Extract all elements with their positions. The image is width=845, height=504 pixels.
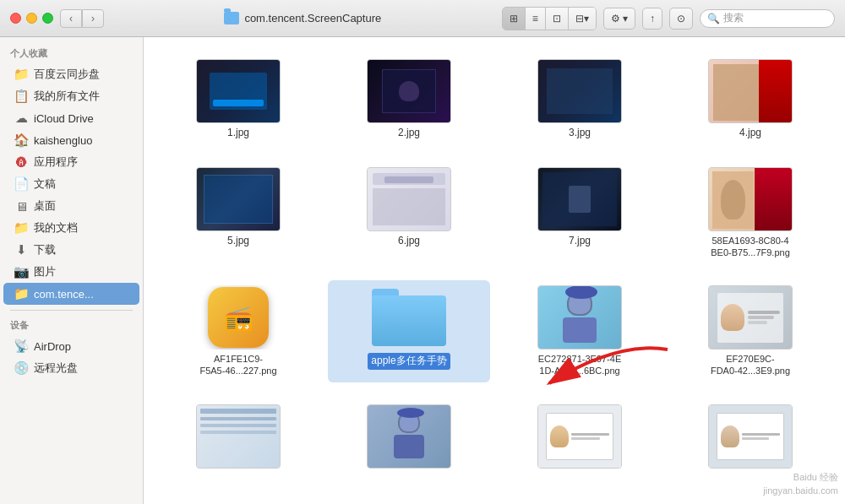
sidebar-label: 我的所有文件 bbox=[34, 89, 100, 104]
titlebar-left: ‹ › bbox=[10, 9, 104, 28]
search-icon: 🔍 bbox=[707, 13, 720, 24]
file-item-ef270[interactable]: EF270E9C-FDA0-42...3E9.png bbox=[669, 280, 831, 382]
section-favorites: 个人收藏 bbox=[0, 44, 143, 63]
sidebar-label: 文稿 bbox=[34, 176, 56, 192]
file-thumb bbox=[708, 285, 793, 350]
watermark-line2: jingyan.baidu.com bbox=[763, 485, 838, 497]
view-coverflow-btn[interactable]: ⊟▾ bbox=[569, 8, 596, 30]
file-item-4jpg[interactable]: 4.jpg bbox=[669, 54, 831, 145]
sidebar-item-pictures[interactable]: 📷 图片 bbox=[3, 261, 139, 283]
apps-icon: 🅐 bbox=[14, 156, 29, 169]
file-item-5jpg[interactable]: 5.jpg bbox=[157, 162, 319, 264]
sidebar-item-all-files[interactable]: 📋 我的所有文件 bbox=[3, 85, 139, 107]
file-item-1jpg[interactable]: 1.jpg bbox=[157, 54, 319, 145]
traffic-lights bbox=[10, 13, 53, 24]
file-name: 5.jpg bbox=[227, 235, 249, 248]
file-thumb bbox=[537, 59, 622, 123]
sidebar-item-remote-disk[interactable]: 💿 远程光盘 bbox=[3, 357, 139, 379]
file-thumb bbox=[367, 167, 451, 231]
icloud-icon: ☁ bbox=[14, 111, 29, 126]
file-grid-row2: 5.jpg 6.jpg bbox=[157, 162, 831, 264]
titlebar-center: com.tencent.ScreenCapture bbox=[224, 12, 381, 24]
file-name: EC272871-3E07-4E1D-A601...6BC.png bbox=[538, 353, 621, 377]
file-thumb bbox=[708, 59, 793, 123]
file-name: 1.jpg bbox=[227, 127, 249, 140]
file-item-partial1[interactable] bbox=[157, 399, 319, 477]
nav-buttons: ‹ › bbox=[60, 9, 104, 28]
file-thumb bbox=[537, 167, 622, 231]
sidebar-label: 图片 bbox=[34, 264, 56, 279]
file-item-7jpg[interactable]: 7.jpg bbox=[499, 162, 661, 264]
sidebar-item-tencent[interactable]: 📁 com.tence... bbox=[3, 283, 139, 305]
airdrop-icon: 📡 bbox=[14, 339, 29, 354]
file-thumb bbox=[196, 404, 281, 469]
titlebar: ‹ › com.tencent.ScreenCapture ⊞ ≡ ⊡ ⊟▾ ⚙… bbox=[0, 0, 845, 37]
file-item-apple-folder[interactable]: apple多任务手势 bbox=[328, 280, 490, 382]
sidebar-item-home[interactable]: 🏠 kaishengluo bbox=[3, 129, 139, 151]
file-item-partial3[interactable] bbox=[499, 399, 661, 477]
file-thumb bbox=[196, 167, 281, 231]
desktop-icon: 🖥 bbox=[14, 199, 29, 214]
file-item-6jpg[interactable]: 6.jpg bbox=[328, 162, 490, 264]
sidebar-label: 应用程序 bbox=[34, 154, 78, 170]
home-icon: 🏠 bbox=[14, 133, 29, 148]
sidebar-divider bbox=[10, 310, 133, 311]
sidebar-item-icloud[interactable]: ☁ iCloud Drive bbox=[3, 107, 139, 129]
view-list-btn[interactable]: ≡ bbox=[526, 8, 546, 30]
tag-button[interactable]: ⊙ bbox=[669, 8, 693, 30]
sidebar-label: 百度云同步盘 bbox=[34, 67, 100, 82]
sidebar-label: 下载 bbox=[34, 242, 56, 257]
file-item-af1fe[interactable]: 📻 AF1FE1C9-F5A5-46...227.png bbox=[157, 280, 319, 382]
search-placeholder: 搜索 bbox=[723, 11, 744, 25]
file-item-partial4[interactable] bbox=[669, 399, 831, 477]
forward-button[interactable]: › bbox=[82, 9, 104, 28]
sidebar-label: 我的文档 bbox=[34, 220, 78, 236]
file-name: 6.jpg bbox=[398, 235, 420, 248]
main: 个人收藏 📁 百度云同步盘 📋 我的所有文件 ☁ iCloud Drive 🏠 … bbox=[0, 37, 845, 504]
file-thumb bbox=[708, 167, 793, 231]
file-name: AF1FE1C9-F5A5-46...227.png bbox=[199, 353, 276, 377]
sidebar-item-airdrop[interactable]: 📡 AirDrop bbox=[3, 335, 139, 357]
disk-icon: 💿 bbox=[14, 360, 29, 376]
folder-icon bbox=[224, 12, 239, 24]
window-title: com.tencent.ScreenCapture bbox=[244, 12, 381, 24]
view-buttons: ⊞ ≡ ⊡ ⊟▾ bbox=[502, 7, 597, 30]
file-item-3jpg[interactable]: 3.jpg bbox=[499, 54, 661, 145]
sidebar-item-documents[interactable]: 📄 文稿 bbox=[3, 173, 139, 195]
files-icon: 📋 bbox=[14, 89, 29, 104]
file-item-ec272[interactable]: EC272871-3E07-4E1D-A601...6BC.png bbox=[499, 280, 661, 382]
back-button[interactable]: ‹ bbox=[60, 9, 82, 28]
file-name: 4.jpg bbox=[739, 127, 761, 140]
file-item-partial2[interactable] bbox=[328, 399, 490, 477]
file-grid-row3: 📻 AF1FE1C9-F5A5-46...227.png apple多任务手势 bbox=[157, 280, 831, 382]
file-name: EF270E9C-FDA0-42...3E9.png bbox=[711, 353, 790, 377]
minimize-button[interactable] bbox=[26, 13, 37, 24]
view-icon-btn[interactable]: ⊞ bbox=[503, 8, 526, 30]
search-box[interactable]: 🔍 搜索 bbox=[700, 9, 835, 28]
sidebar-item-my-docs[interactable]: 📁 我的文档 bbox=[3, 217, 139, 239]
file-name: 58EA1693-8C80-4BE0-B75...7F9.png bbox=[711, 235, 790, 259]
sidebar-item-downloads[interactable]: ⬇ 下载 bbox=[3, 239, 139, 261]
sidebar-item-baidu-cloud[interactable]: 📁 百度云同步盘 bbox=[3, 63, 139, 85]
close-button[interactable] bbox=[10, 13, 21, 24]
file-thumb bbox=[537, 285, 622, 350]
file-thumb bbox=[196, 59, 281, 123]
file-grid-row1: 1.jpg 2.jpg bbox=[157, 54, 831, 145]
doc-icon: 📄 bbox=[14, 176, 29, 192]
view-column-btn[interactable]: ⊡ bbox=[546, 8, 569, 30]
file-item-2jpg[interactable]: 2.jpg bbox=[328, 54, 490, 145]
section-devices: 设备 bbox=[0, 316, 143, 335]
file-item-58ea[interactable]: 58EA1693-8C80-4BE0-B75...7F9.png bbox=[669, 162, 831, 264]
file-name: 3.jpg bbox=[569, 127, 591, 140]
download-icon: ⬇ bbox=[14, 242, 29, 257]
file-thumb: 📻 bbox=[196, 285, 281, 350]
sidebar-item-applications[interactable]: 🅐 应用程序 bbox=[3, 151, 139, 173]
sidebar-label: 远程光盘 bbox=[34, 360, 78, 376]
sidebar-label: com.tence... bbox=[34, 288, 94, 301]
share-button[interactable]: ↑ bbox=[642, 8, 662, 30]
sidebar-item-desktop[interactable]: 🖥 桌面 bbox=[3, 195, 139, 217]
sidebar-label: iCloud Drive bbox=[34, 112, 94, 125]
maximize-button[interactable] bbox=[42, 13, 53, 24]
sidebar-label: kaishengluo bbox=[34, 134, 92, 147]
action-button[interactable]: ⚙ ▾ bbox=[603, 8, 635, 30]
